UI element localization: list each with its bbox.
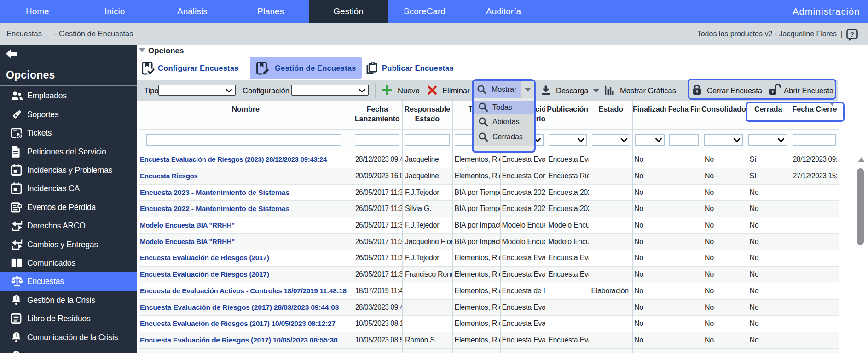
svg-text:?: ? [850,30,854,38]
